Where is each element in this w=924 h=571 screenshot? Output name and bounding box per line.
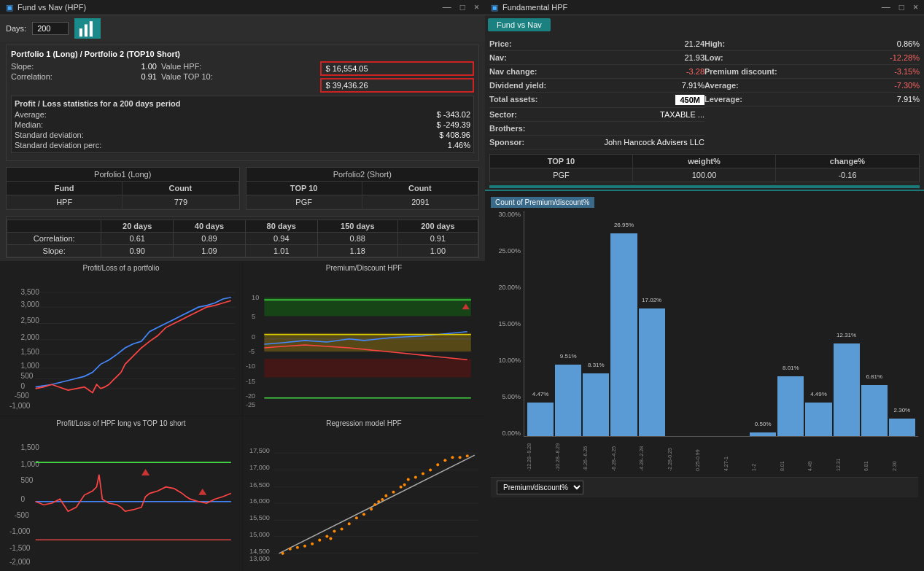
- price-value: 21.24: [684, 39, 704, 48]
- svg-rect-31: [264, 359, 471, 377]
- corr-row0-label: Correlation:: [7, 233, 101, 245]
- high-value: 0.86%: [897, 39, 920, 48]
- corr-r0-v2: 0.94: [245, 233, 317, 245]
- svg-point-91: [429, 468, 432, 471]
- svg-rect-30: [264, 333, 471, 351]
- median-label: Median:: [15, 120, 131, 129]
- high-label: High:: [704, 39, 725, 48]
- svg-text:-500: -500: [15, 511, 30, 519]
- histogram-area: Count of Premium/discount% 30.00% 25.00%…: [485, 191, 924, 571]
- chart-panel-3: Profit/Loss of HPF long vs TOP 10 short …: [0, 416, 242, 571]
- dropdown-bar: Premium/discount%: [491, 477, 918, 497]
- hist-bar-9: 8.01%: [777, 376, 804, 437]
- slope-value: 1.00: [141, 62, 157, 71]
- corr-r0-v3: 0.88: [317, 233, 397, 245]
- svg-text:17,500: 17,500: [249, 447, 270, 454]
- svg-text:5: 5: [252, 313, 255, 320]
- nav-label: Nav:: [489, 53, 507, 62]
- minimize-btn[interactable]: —: [443, 2, 451, 12]
- svg-point-79: [362, 513, 365, 516]
- svg-point-72: [318, 539, 321, 542]
- svg-text:14,500: 14,500: [249, 548, 270, 555]
- chart4-svg: 17,500 17,000 16,500 16,000 15,500 15,00…: [246, 429, 482, 571]
- svg-point-90: [422, 472, 424, 475]
- top10-col1: TOP 10: [490, 155, 633, 168]
- fund-nav-tab[interactable]: Fund vs Nav: [488, 18, 551, 31]
- charts-area: Profit/Loss of a portfolio 3,500 3,000 2…: [0, 261, 485, 571]
- low-value: -12.28%: [890, 53, 920, 62]
- pf2-col1: TOP 10: [246, 182, 362, 195]
- hist-xlabel-9: 8.01: [780, 437, 807, 473]
- svg-rect-0: [79, 28, 82, 36]
- right-minimize-btn[interactable]: —: [882, 2, 890, 12]
- svg-point-77: [348, 522, 351, 525]
- hist-xlabel-10: 4.49: [807, 437, 834, 473]
- chart1-title: Profit/Loss of a portfolio: [3, 264, 239, 272]
- corr-label: Correlation:: [11, 72, 53, 81]
- hist-bar-10: 4.49%: [805, 403, 831, 436]
- chart2-svg: 10 5 0 -5 -10 -15 -20 -25: [246, 273, 482, 416]
- maximize-btn[interactable]: □: [460, 2, 465, 12]
- stddev-perc-label: Standard deviation perc:: [15, 141, 131, 149]
- svg-text:2,500: 2,500: [21, 316, 40, 325]
- svg-marker-50: [198, 489, 206, 495]
- corr-h3: 80 days: [245, 220, 317, 233]
- corr-r0-v4: 0.91: [397, 233, 478, 245]
- hist-xlabel-8: 1-2: [751, 437, 778, 473]
- top10-col3: change%: [776, 155, 919, 168]
- chart4-title: Regression model HPF: [246, 419, 482, 427]
- corr-r0-v0: 0.61: [101, 233, 174, 245]
- hist-bar-2: 8.31%: [583, 373, 609, 436]
- pf1-header: Porfolio1 (Long): [94, 170, 151, 179]
- fund-info-grid: Price: 21.24 Nav: 21.93 Nav change: -3.2…: [485, 34, 924, 152]
- navchange-value: -3.28: [686, 67, 704, 76]
- svg-text:2,000: 2,000: [21, 333, 40, 341]
- histogram-title: Count of Premium/discount%: [491, 197, 594, 208]
- corr-value: 0.91: [141, 72, 157, 81]
- svg-point-80: [370, 508, 373, 510]
- hist-xlabel-5: -2.28-0.25: [667, 437, 694, 473]
- hist-xlabel-13: 2.30: [892, 437, 919, 473]
- pf2-header: Porfolio2 (Short): [333, 170, 392, 179]
- low-label: Low:: [704, 53, 723, 62]
- corr-r1-v3: 1.18: [317, 245, 397, 257]
- y-label-1: 5.00%: [502, 393, 521, 400]
- days-input[interactable]: [32, 22, 69, 35]
- portfolio-tables-row: Porfolio1 (Long) Fund Count HPF 779 Porf…: [6, 167, 479, 210]
- nav-value: 21.93: [684, 53, 704, 62]
- right-maximize-btn[interactable]: □: [899, 2, 904, 12]
- hist-bar-12: 6.81%: [861, 385, 888, 436]
- histogram-dropdown[interactable]: Premium/discount%: [497, 481, 583, 494]
- chart1-svg: 3,500 3,000 2,500 2,000 1,500 1,000 500 …: [3, 273, 239, 416]
- svg-text:-1,500: -1,500: [9, 544, 31, 552]
- left-titlebar: ▣ Fund vs Nav (HPF) — □ ×: [0, 0, 485, 15]
- hist-xlabel-7: 4.27-1: [723, 437, 750, 473]
- svg-point-93: [443, 459, 446, 462]
- svg-point-74: [329, 537, 332, 540]
- avg-label: Average:: [15, 110, 131, 119]
- svg-point-73: [325, 535, 328, 538]
- days-row: Days:: [0, 15, 485, 42]
- svg-text:1,500: 1,500: [21, 348, 40, 356]
- portfolio-section: Portfolio 1 (Long) / Portfolio 2 (TOP10 …: [6, 44, 479, 161]
- correlation-table: 20 days 40 days 80 days 150 days 200 day…: [6, 216, 479, 258]
- premium-value: -3.15%: [894, 67, 920, 76]
- close-btn[interactable]: ×: [474, 2, 479, 12]
- hist-bar-1: 9.51%: [555, 365, 581, 436]
- left-window: ▣ Fund vs Nav (HPF) — □ × Days:: [0, 0, 485, 571]
- histogram-chart: 30.00% 25.00% 20.00% 15.00% 10.00% 5.00%…: [491, 211, 918, 437]
- stddev-perc-value: 1.46%: [133, 141, 470, 149]
- pf2-count: 2091: [362, 195, 478, 209]
- y-label-4: 20.00%: [498, 284, 521, 291]
- svg-text:-15: -15: [246, 378, 255, 385]
- svg-text:500: 500: [21, 476, 34, 484]
- div-value: 7.91%: [682, 81, 704, 90]
- right-window: ▣ Fundamental HPF — □ × Fund vs Nav Pric…: [485, 0, 924, 571]
- hist-bar-4: 17.02%: [639, 308, 665, 436]
- hist-bar-3: 26.95%: [610, 233, 637, 436]
- price-label: Price:: [489, 39, 512, 48]
- avg-label-r: Average:: [704, 81, 739, 90]
- right-close-btn[interactable]: ×: [913, 2, 918, 12]
- chart-icon-button[interactable]: [74, 18, 101, 39]
- stats-title: Profit / Loss statistics for a 200 days …: [15, 99, 470, 108]
